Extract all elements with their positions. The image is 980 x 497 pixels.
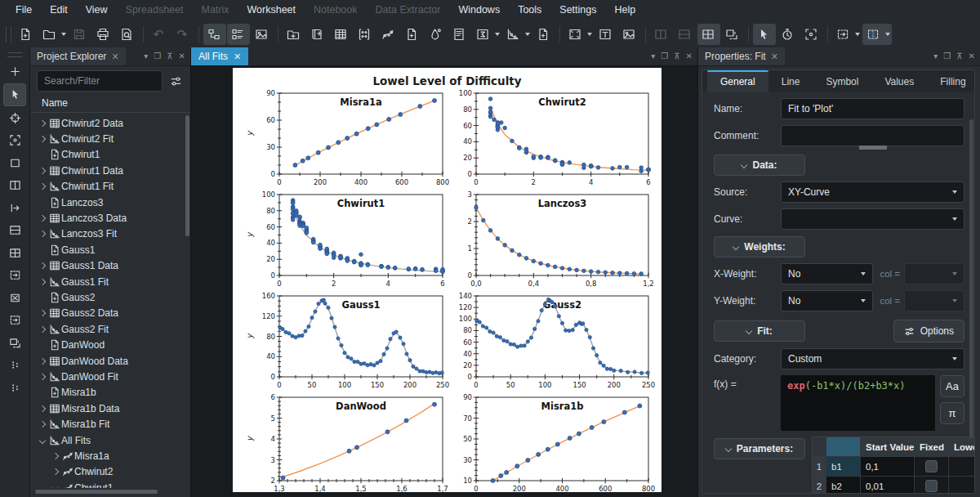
dock-close-icon[interactable]: ✕ [686,52,693,60]
expander-icon[interactable] [37,327,47,332]
toggle-properties-explorer-button[interactable] [227,24,250,45]
expander-icon[interactable] [50,454,60,459]
chevron-down-icon[interactable] [495,33,500,36]
param-lower-b2[interactable] [949,477,975,494]
tree-item-danwood[interactable]: DanWood [30,337,185,352]
dock-menu-icon[interactable]: ▾ [144,52,148,60]
tree-item-all-fits[interactable]: All Fits [30,432,185,448]
search-input[interactable] [37,70,163,92]
font-button[interactable]: Aa [940,375,964,397]
add-text-label-button[interactable] [595,24,617,45]
chevron-down-icon[interactable] [525,33,530,36]
chevron-down-icon[interactable] [61,33,66,36]
worksheet-tab-all-fits[interactable]: All Fits ✕ [191,47,248,65]
resize-grip[interactable] [859,146,887,150]
expander-icon[interactable] [37,168,47,173]
tree-item-gauss2-fit[interactable]: Gauss2 Fit [30,321,185,337]
expander-icon[interactable] [37,374,47,379]
expander-icon[interactable] [37,359,47,364]
tab-line[interactable]: Line [768,70,813,92]
tool-magnify-button[interactable] [4,310,25,331]
toolbar-handle[interactable] [6,26,11,43]
param-name-b2[interactable]: b2 [826,477,861,494]
worksheet-view[interactable]: Lowel Level of Difficulty 02004006008000… [191,66,697,497]
tool-zoom-region-button[interactable] [4,265,25,286]
tree-item-lanczos3-data[interactable]: Lanczos3 Data [30,210,185,226]
tool-split-horizontal-button[interactable] [4,220,25,241]
row-header-1[interactable]: 1 [813,457,826,477]
tree-item-misra1a[interactable]: Misra1a [30,448,185,463]
print-button[interactable] [92,24,115,45]
plot-chwirut2[interactable]: 0246020406080100Chwirut2 [449,89,655,190]
param-start-b1[interactable]: 0,1 [861,457,915,477]
param-fixed-b1[interactable] [915,457,949,477]
add-image-button[interactable] [618,24,641,45]
plot-chwirut1[interactable]: 0246020406080100yChwirut1 [243,190,449,292]
tree-item-gauss2[interactable]: Gauss2 [30,289,185,305]
worksheet-preview-button[interactable] [251,24,274,45]
new-folder-button[interactable] [283,24,305,45]
column-header-name[interactable] [826,437,861,457]
tool-zoom-select-button[interactable] [4,130,25,151]
tree-item-chwirut1-data[interactable]: Chwirut1 Data [30,163,185,178]
plot-gauss2[interactable]: 050100150200250020406080100120140Gauss2 [449,292,655,393]
param-fixed-b2[interactable] [915,477,949,494]
add-plot-area-button[interactable] [564,24,594,45]
break-layout-button[interactable] [721,24,744,45]
magnification-button[interactable] [832,24,862,45]
row-header-2[interactable]: 2 [813,477,826,494]
tree-item-misra1b[interactable]: Misra1b [30,385,185,401]
project-explorer-tab[interactable]: Project Explorer ✕ [30,47,126,65]
param-name-b1[interactable]: b1 [826,457,861,477]
tool-select-button[interactable] [3,83,26,106]
plot-gauss1[interactable]: 05010015020025004080120160yGauss1 [243,292,449,393]
new-spreadsheet-button[interactable] [330,24,353,45]
tree-item-lanczos3-fit[interactable]: Lanczos3 Fit [30,226,185,242]
checkbox-icon[interactable] [925,460,938,472]
plot-lanczos3[interactable]: 0,00,40,81,20123Lanczos3 [449,190,655,292]
tool-more-tools-button[interactable] [4,355,25,376]
new-workbook-button[interactable] [306,24,329,45]
print-preview-button[interactable] [116,24,139,45]
tree-item-danwood-data[interactable]: DanWood Data [30,353,185,369]
expander-icon[interactable] [37,216,47,221]
tool-extra-tools-button[interactable] [4,377,25,398]
tool-add-child-button[interactable] [4,60,25,82]
tool-shift-range-button[interactable] [4,197,25,218]
column-header-fixed[interactable]: Fixed [915,437,949,457]
presenter-mode-button[interactable]: 1 [862,24,892,45]
zoom-select-mode-button[interactable] [800,24,823,45]
tree-item-chwirut2[interactable]: Chwirut2 [30,464,185,480]
category-combobox[interactable]: Custom [781,348,964,369]
menu-help[interactable]: Help [606,0,645,20]
tree-item-chwirut1[interactable]: Chwirut1 [30,480,185,488]
tree-column-header[interactable]: Name [30,95,190,113]
menu-tools[interactable]: Tools [509,0,550,20]
dock-pin-icon[interactable]: ⊼ [674,52,679,60]
curve-combobox[interactable] [781,208,964,230]
dock-pin-icon[interactable]: ⊼ [167,52,172,60]
column-header-start-value[interactable]: Start Value [861,437,915,457]
menu-worksheet[interactable]: Worksheet [238,0,305,20]
expander-icon[interactable] [37,231,47,236]
expander-icon[interactable] [37,422,47,427]
dock-menu-icon[interactable]: ▾ [651,52,655,60]
chevron-down-icon[interactable] [855,33,860,36]
tab-values[interactable]: Values [871,70,927,92]
tool-break-layout-button[interactable] [4,332,25,353]
import-data-button[interactable] [532,24,555,45]
properties-tab[interactable]: Properties: Fit ✕ [698,47,785,65]
close-icon[interactable]: ✕ [111,51,118,62]
menu-windows[interactable]: Windows [449,0,509,20]
expander-icon[interactable] [37,280,47,284]
tree-item-chwirut2-data[interactable]: Chwirut2 Data [30,115,185,131]
tool-grid-layout-button[interactable] [4,242,25,263]
menu-file[interactable]: File [7,0,41,20]
tree-item-lanczos3[interactable]: Lanczos3 [30,195,185,210]
plot-misra1a[interactable]: 02004006008000306090yMisra1a [243,89,449,190]
new-plot-button[interactable] [472,24,501,45]
new-matrix-button[interactable] [354,24,376,45]
dock-float-icon[interactable]: ❐ [661,52,668,60]
toggle-project-explorer-button[interactable] [203,24,226,45]
constants-button[interactable]: π [940,402,964,424]
